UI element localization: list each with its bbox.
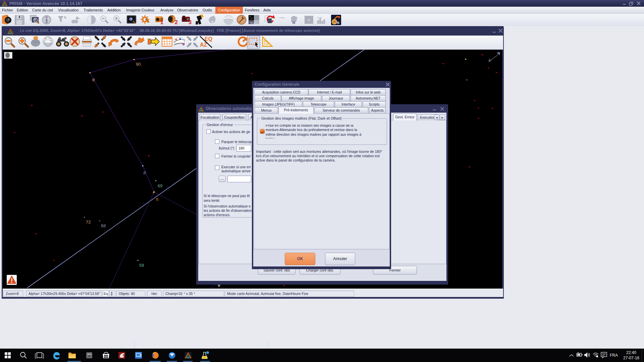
svg-text:TAUR: TAUR	[250, 21, 257, 24]
svg-text:1: 1	[160, 19, 163, 25]
svg-text:π: π	[156, 197, 159, 202]
svg-text:90: 90	[136, 62, 141, 67]
svg-text:h m: h m	[317, 16, 322, 19]
svg-text:θ: θ	[92, 77, 95, 82]
svg-text:68: 68	[101, 223, 106, 228]
svg-text:59: 59	[139, 263, 144, 268]
svg-text:3: 3	[189, 19, 192, 25]
svg-text:ρ: ρ	[144, 170, 146, 175]
svg-text:72: 72	[86, 220, 91, 225]
svg-text:EQ: EQ	[205, 36, 212, 42]
svg-text:69: 69	[158, 183, 162, 188]
svg-text:2: 2	[175, 19, 178, 25]
svg-text:AZ: AZ	[200, 42, 207, 48]
svg-text:N: N	[497, 51, 500, 55]
